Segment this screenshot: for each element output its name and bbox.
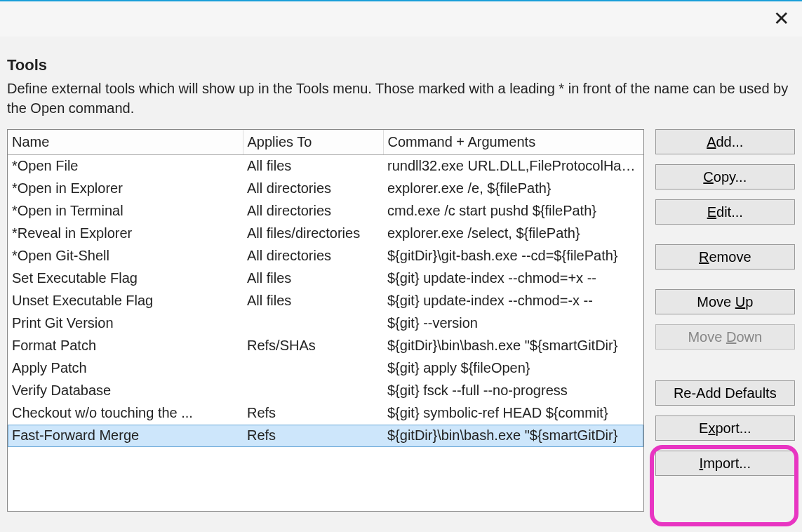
cell-name: *Open in Explorer bbox=[8, 178, 243, 200]
cell-cmd: ${git} symbolic-ref HEAD ${commit} bbox=[383, 402, 643, 425]
table-row[interactable]: Unset Executable FlagAll files${git} upd… bbox=[8, 290, 643, 312]
tools-table[interactable]: Name Applies To Command + Arguments *Ope… bbox=[7, 129, 644, 512]
table-row[interactable]: Set Executable FlagAll files${git} updat… bbox=[8, 267, 643, 290]
cell-name: Format Patch bbox=[8, 335, 243, 357]
cell-applies: All directories bbox=[243, 200, 383, 222]
cell-cmd: ${git} --version bbox=[383, 312, 643, 335]
cell-name: *Open Git-Shell bbox=[8, 245, 243, 267]
cell-cmd: ${gitDir}\git-bash.exe --cd=${filePath} bbox=[383, 245, 643, 267]
cell-cmd: ${git} update-index --chmod=-x -- bbox=[383, 290, 643, 312]
table-row[interactable]: Verify Database${git} fsck --full --no-p… bbox=[8, 380, 643, 402]
re-add-defaults-button[interactable]: Re-Add Defaults bbox=[655, 380, 795, 406]
cell-applies bbox=[243, 312, 383, 335]
cell-name: Set Executable Flag bbox=[8, 267, 243, 290]
cell-applies: All directories bbox=[243, 178, 383, 200]
copy-button[interactable]: Copy... bbox=[655, 164, 795, 189]
cell-cmd: ${gitDir}\bin\bash.exe "${smartGitDir} bbox=[383, 425, 643, 447]
cell-applies: All directories bbox=[243, 245, 383, 267]
edit-button[interactable]: Edit... bbox=[655, 199, 795, 225]
cell-applies: Refs bbox=[243, 425, 383, 447]
table-row[interactable]: Format PatchRefs/SHAs${gitDir}\bin\bash.… bbox=[8, 335, 643, 357]
cell-cmd: rundll32.exe URL.DLL,FileProtocolHandler bbox=[383, 155, 643, 178]
cell-name: Apply Patch bbox=[8, 357, 243, 380]
table-row[interactable]: *Open Git-ShellAll directories${gitDir}\… bbox=[8, 245, 643, 267]
cell-name: Verify Database bbox=[8, 380, 243, 402]
table-row[interactable]: Print Git Version${git} --version bbox=[8, 312, 643, 335]
table-row[interactable]: *Open in ExplorerAll directoriesexplorer… bbox=[8, 178, 643, 200]
button-sidebar: Add... Copy... Edit... Remove Move Up Mo… bbox=[655, 129, 795, 476]
cell-applies: All files bbox=[243, 155, 383, 178]
cell-applies: All files/directories bbox=[243, 222, 383, 245]
content-area: Tools Define external tools which will s… bbox=[0, 36, 802, 512]
main-layout: Name Applies To Command + Arguments *Ope… bbox=[7, 129, 795, 512]
cell-cmd: ${gitDir}\bin\bash.exe "${smartGitDir} bbox=[383, 335, 643, 357]
table-row[interactable]: *Open in TerminalAll directoriescmd.exe … bbox=[8, 200, 643, 222]
cell-cmd: ${git} update-index --chmod=+x -- bbox=[383, 267, 643, 290]
move-down-button: Move Down bbox=[655, 324, 795, 350]
col-command[interactable]: Command + Arguments bbox=[383, 130, 643, 155]
table-header-row[interactable]: Name Applies To Command + Arguments bbox=[8, 130, 643, 155]
cell-name: *Open File bbox=[8, 155, 243, 178]
cell-applies bbox=[243, 380, 383, 402]
cell-cmd: explorer.exe /e, ${filePath} bbox=[383, 178, 643, 200]
cell-name: Fast-Forward Merge bbox=[8, 425, 243, 447]
cell-name: *Open in Terminal bbox=[8, 200, 243, 222]
cell-applies: All files bbox=[243, 267, 383, 290]
page-description: Define external tools which will show up… bbox=[7, 79, 795, 118]
cell-applies bbox=[243, 357, 383, 380]
col-name[interactable]: Name bbox=[8, 130, 243, 155]
table-row[interactable]: *Reveal in ExplorerAll files/directories… bbox=[8, 222, 643, 245]
cell-cmd: explorer.exe /select, ${filePath} bbox=[383, 222, 643, 245]
close-icon[interactable]: ✕ bbox=[773, 9, 789, 29]
tools-settings-window: ✕ Tools Define external tools which will… bbox=[0, 0, 802, 532]
table-row[interactable]: Checkout w/o touching the ...Refs${git} … bbox=[8, 402, 643, 425]
remove-button[interactable]: Remove bbox=[655, 244, 795, 270]
export-button[interactable]: Export... bbox=[655, 415, 795, 441]
cell-applies: Refs/SHAs bbox=[243, 335, 383, 357]
table-row[interactable]: *Open FileAll filesrundll32.exe URL.DLL,… bbox=[8, 155, 643, 178]
cell-cmd: ${git} fsck --full --no-progress bbox=[383, 380, 643, 402]
col-applies-to[interactable]: Applies To bbox=[243, 130, 383, 155]
table-row[interactable]: Fast-Forward MergeRefs${gitDir}\bin\bash… bbox=[8, 425, 643, 447]
cell-name: Print Git Version bbox=[8, 312, 243, 335]
import-button[interactable]: Import... bbox=[655, 451, 795, 476]
cell-name: Checkout w/o touching the ... bbox=[8, 402, 243, 425]
cell-cmd: cmd.exe /c start pushd ${filePath} bbox=[383, 200, 643, 222]
move-up-button[interactable]: Move Up bbox=[655, 289, 795, 314]
cell-cmd: ${git} apply ${fileOpen} bbox=[383, 357, 643, 380]
cell-applies: All files bbox=[243, 290, 383, 312]
table-row[interactable]: Apply Patch${git} apply ${fileOpen} bbox=[8, 357, 643, 380]
cell-applies: Refs bbox=[243, 402, 383, 425]
page-title: Tools bbox=[7, 56, 795, 74]
titlebar: ✕ bbox=[0, 1, 802, 36]
cell-name: *Reveal in Explorer bbox=[8, 222, 243, 245]
cell-name: Unset Executable Flag bbox=[8, 290, 243, 312]
add-button[interactable]: Add... bbox=[655, 129, 795, 154]
